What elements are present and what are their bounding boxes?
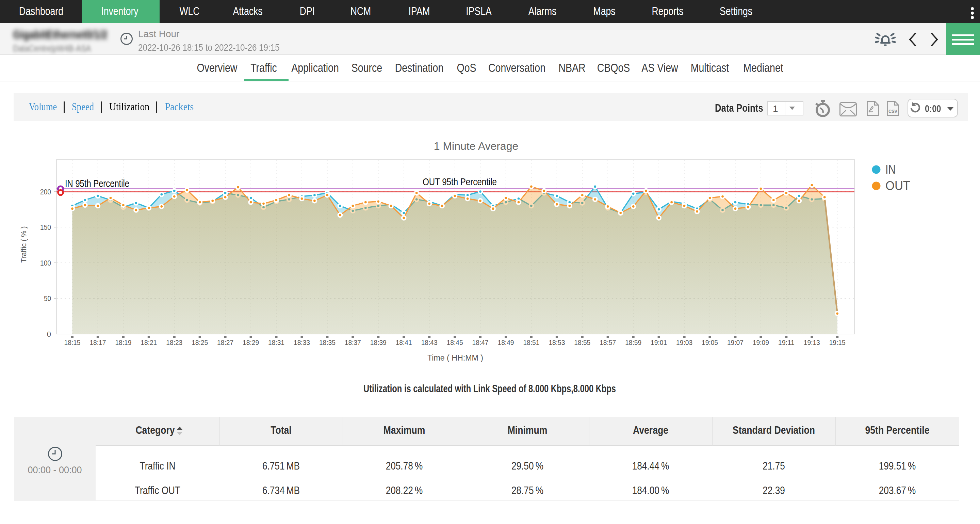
- svg-text:18:29: 18:29: [243, 338, 259, 346]
- svg-text:OUT 95th Percentile: OUT 95th Percentile: [423, 176, 497, 187]
- svg-text:Traffic ( % ): Traffic ( % ): [19, 226, 28, 263]
- svg-text:OUT: OUT: [885, 179, 910, 193]
- svg-text:18:21: 18:21: [140, 338, 157, 346]
- svg-text:18:35: 18:35: [319, 338, 336, 346]
- svg-text:19:11: 19:11: [778, 338, 795, 346]
- svg-text:18:47: 18:47: [472, 338, 488, 346]
- svg-text:18:27: 18:27: [217, 338, 234, 346]
- svg-text:IN: IN: [885, 162, 896, 176]
- svg-text:18:17: 18:17: [89, 338, 106, 346]
- svg-text:18:51: 18:51: [523, 338, 539, 346]
- svg-text:18:53: 18:53: [549, 338, 565, 346]
- svg-text:18:57: 18:57: [600, 338, 616, 346]
- svg-text:Time ( HH:MM ): Time ( HH:MM ): [427, 354, 483, 362]
- svg-text:19:03: 19:03: [676, 338, 692, 346]
- svg-text:IN 95th Percentile: IN 95th Percentile: [65, 178, 129, 189]
- svg-text:18:25: 18:25: [192, 338, 208, 346]
- svg-text:18:15: 18:15: [64, 338, 81, 346]
- svg-text:19:07: 19:07: [727, 338, 743, 346]
- svg-text:150: 150: [40, 223, 51, 231]
- svg-text:18:33: 18:33: [294, 338, 310, 346]
- svg-text:18:49: 18:49: [498, 338, 514, 346]
- svg-text:1 Minute Average: 1 Minute Average: [434, 140, 518, 152]
- svg-text:100: 100: [40, 259, 51, 267]
- svg-text:18:39: 18:39: [370, 338, 387, 346]
- svg-text:19:05: 19:05: [702, 338, 718, 346]
- svg-text:0: 0: [47, 330, 51, 338]
- svg-text:19:09: 19:09: [753, 338, 769, 346]
- svg-text:18:41: 18:41: [396, 338, 412, 346]
- svg-text:18:31: 18:31: [268, 338, 285, 346]
- svg-text:19:15: 19:15: [829, 338, 846, 346]
- svg-text:18:59: 18:59: [625, 338, 641, 346]
- svg-text:18:23: 18:23: [166, 338, 182, 346]
- svg-text:CSV: CSV: [888, 108, 898, 114]
- svg-text:18:43: 18:43: [421, 338, 438, 346]
- svg-text:19:01: 19:01: [651, 338, 667, 346]
- svg-text:200: 200: [40, 188, 51, 196]
- svg-text:19:13: 19:13: [804, 338, 820, 346]
- svg-text:18:37: 18:37: [345, 338, 361, 346]
- svg-text:18:45: 18:45: [447, 338, 463, 346]
- svg-text:50: 50: [44, 294, 51, 303]
- svg-text:18:55: 18:55: [574, 338, 590, 346]
- svg-text:18:19: 18:19: [115, 338, 131, 346]
